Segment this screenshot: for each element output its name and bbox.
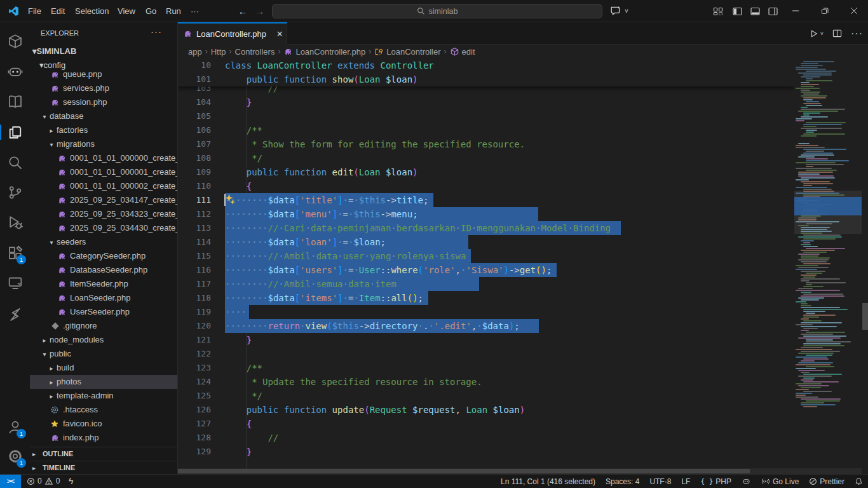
breadcrumb-edit[interactable]: edit	[450, 47, 475, 57]
activity-explorer-icon[interactable]	[0, 118, 30, 146]
tree-item-ItemSeeder.php[interactable]: ItemSeeder.php	[30, 277, 178, 291]
timeline-section[interactable]: ▸TIMELINE	[30, 461, 178, 474]
editor-more-actions-icon[interactable]: ···	[851, 28, 863, 39]
tree-item-build[interactable]: ▸build	[30, 361, 178, 375]
code-line-105[interactable]: 105	[178, 109, 794, 123]
sticky-scroll[interactable]: 10class LoanController extends Controlle…	[178, 58, 794, 86]
tab-loancontroller[interactable]: LoanController.php ✕	[178, 22, 287, 44]
code-line-123[interactable]: 123 /**	[178, 361, 794, 375]
command-center-search[interactable]: siminlab	[272, 4, 602, 18]
run-button[interactable]: ˅	[810, 29, 824, 38]
toggle-secondary-sidebar-icon[interactable]	[768, 6, 778, 17]
breadcrumb-Controllers[interactable]: Controllers	[235, 47, 275, 57]
code-line-126[interactable]: 126 public function update(Request $requ…	[178, 403, 794, 417]
code-line-107[interactable]: 107 * Show the form for editing the spec…	[178, 137, 794, 151]
tree-item-.gitignore[interactable]: .gitignore	[30, 319, 178, 333]
forward-arrow-icon[interactable]: →	[254, 5, 266, 18]
activity-copilot-chat-icon[interactable]	[0, 58, 30, 86]
code-line-119[interactable]: 119····	[178, 305, 794, 319]
code-line-118[interactable]: 118········$data['items']·=·Item::all();	[178, 291, 794, 305]
code-line-106[interactable]: 106 /**	[178, 123, 794, 137]
tree-item-session.php[interactable]: session.php	[30, 95, 178, 109]
status-cursor-position[interactable]: Ln 111, Col 1 (416 selected)	[501, 477, 595, 486]
activity-accounts-icon[interactable]: 1	[0, 413, 30, 441]
outline-section[interactable]: ▸OUTLINE	[30, 447, 178, 461]
code-line-110[interactable]: 110 {	[178, 179, 794, 193]
tab-close-icon[interactable]: ✕	[276, 29, 283, 39]
menu-file[interactable]: File	[23, 0, 46, 22]
code-line-104[interactable]: 104 }	[178, 95, 794, 109]
code-line-129[interactable]: 129 }	[178, 445, 794, 459]
tree-item-database[interactable]: ▾database	[30, 109, 178, 123]
code-line-111[interactable]: 111········$data['title']·=·$this->title…	[178, 193, 794, 207]
tree-item-node_modules[interactable]: ▸node_modules	[30, 333, 178, 347]
activity-book-icon[interactable]	[0, 88, 30, 116]
code-line-124[interactable]: 124 * Update the specified resource in s…	[178, 375, 794, 389]
status-notifications[interactable]	[855, 477, 863, 485]
code-line-116[interactable]: 116········$data['users']·=·User::where(…	[178, 263, 794, 277]
code-line-108[interactable]: 108 */	[178, 151, 794, 165]
minimap[interactable]	[794, 58, 862, 468]
activity-extensions-icon[interactable]: 1	[0, 239, 30, 267]
problems-indicator[interactable]: 0 0	[27, 475, 60, 488]
copilot-icon[interactable]	[610, 5, 621, 17]
code-line-125[interactable]: 125 */	[178, 389, 794, 403]
copilot-sparkle-icon[interactable]	[225, 194, 233, 202]
tree-item-LoanSeeder.php[interactable]: LoanSeeder.php	[30, 291, 178, 305]
activity-run-debug-icon[interactable]	[0, 208, 30, 236]
vertical-scrollbar[interactable]	[862, 303, 868, 330]
sticky-line-101[interactable]: 101 public function show(Loan $loan)	[178, 72, 794, 86]
menu-more[interactable]: ···	[186, 0, 204, 22]
code-line-113[interactable]: 113········//·Cari·data·peminjaman·berda…	[178, 221, 794, 235]
tree-item-template-admin[interactable]: ▸template-admin	[30, 389, 178, 403]
tree-item-DatabaseSeeder.php[interactable]: DatabaseSeeder.php	[30, 263, 178, 277]
code-editor[interactable]: 102 {103 //104 }105106 /**107 * Show the…	[178, 58, 794, 468]
tree-item-2025_09_25_034147_create_c...[interactable]: 2025_09_25_034147_create_c...	[30, 193, 178, 207]
activity-remote-explorer-icon[interactable]	[0, 269, 30, 297]
thunder-client-icon[interactable]: ϟ	[69, 475, 73, 488]
toggle-sidebar-icon[interactable]	[732, 6, 743, 17]
menu-selection[interactable]: Selection	[70, 0, 114, 22]
sticky-line-10[interactable]: 10class LoanController extends Controlle…	[178, 58, 794, 72]
code-line-122[interactable]: 122	[178, 347, 794, 361]
toggle-panel-icon[interactable]	[750, 6, 761, 17]
status-go-live[interactable]: Go Live	[761, 477, 799, 486]
tree-item-services.php[interactable]: services.php	[30, 81, 178, 95]
code-line-117[interactable]: 117········//·Ambil·semua·data·item	[178, 277, 794, 291]
remote-indicator[interactable]: ><	[0, 475, 21, 488]
status-indentation[interactable]: Spaces: 4	[606, 477, 639, 486]
tree-root[interactable]: ▾SIMINLAB	[30, 44, 178, 58]
back-arrow-icon[interactable]: ←	[236, 5, 249, 18]
breadcrumb-LoanController.php[interactable]: LoanController.php	[283, 47, 365, 57]
tree-item-public[interactable]: ▾public	[30, 347, 178, 361]
sidebar-more-actions-icon[interactable]: ···	[151, 26, 162, 37]
menu-view[interactable]: View	[112, 0, 140, 22]
activity-search-icon[interactable]	[0, 149, 30, 177]
menu-edit[interactable]: Edit	[46, 0, 70, 22]
tree-item-favicon.ico[interactable]: favicon.ico	[30, 417, 178, 431]
code-line-128[interactable]: 128 //	[178, 431, 794, 445]
tree-item-index.php[interactable]: index.php	[30, 431, 178, 445]
code-line-115[interactable]: 115········//·Ambil·data·user·yang·rolen…	[178, 249, 794, 263]
code-line-121[interactable]: 121 }	[178, 333, 794, 347]
chevron-down-icon[interactable]: ˅	[625, 8, 628, 15]
breadcrumb-Http[interactable]: Http	[211, 47, 226, 57]
activity-package-icon[interactable]	[0, 27, 30, 55]
close-button[interactable]	[840, 0, 868, 22]
split-editor-icon[interactable]	[832, 29, 842, 38]
tree-item-.htaccess[interactable]: .htaccess	[30, 403, 178, 417]
menu-run[interactable]: Run	[161, 0, 186, 22]
status-prettier[interactable]: Prettier	[809, 477, 844, 486]
tree-item-0001_01_01_000002_create_j...[interactable]: 0001_01_01_000002_create_j...	[30, 179, 178, 193]
tree-item-photos[interactable]: ▸photos	[30, 375, 178, 389]
breadcrumb-LoanController[interactable]: LoanController	[374, 47, 440, 57]
tree-item-2025_09_25_034323_create_it...[interactable]: 2025_09_25_034323_create_it...	[30, 207, 178, 221]
tree-item-2025_09_25_034430_create_l...[interactable]: 2025_09_25_034430_create_l...	[30, 221, 178, 235]
status-language-mode[interactable]: { }PHP	[700, 477, 731, 486]
tree-item-UserSeeder.php[interactable]: UserSeeder.php	[30, 305, 178, 319]
horizontal-scrollbar[interactable]	[178, 468, 862, 474]
code-line-120[interactable]: 120········return·view($this->directory·…	[178, 319, 794, 333]
activity-source-control-icon[interactable]	[0, 179, 30, 207]
tree-item-factories[interactable]: ▸factories	[30, 123, 178, 137]
activity-settings-icon[interactable]: 1	[0, 442, 30, 470]
